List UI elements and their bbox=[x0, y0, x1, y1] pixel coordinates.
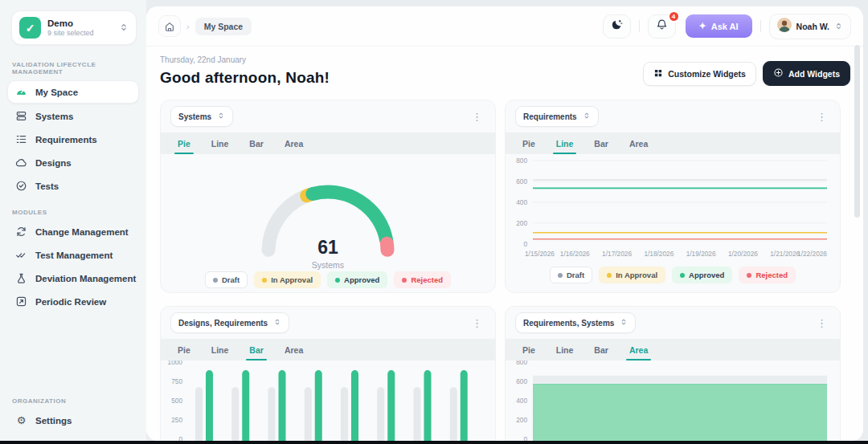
legend-chip-draft[interactable]: Draft bbox=[550, 267, 592, 283]
sidebar-item-label: Systems bbox=[35, 112, 73, 121]
tab-bar[interactable]: Bar bbox=[583, 339, 619, 360]
breadcrumb[interactable]: My Space bbox=[195, 18, 252, 35]
widget-selector-dropdown[interactable]: Requirements bbox=[515, 106, 599, 127]
widget-requirements-systems: Requirements, Systems ⋮ PieLineBarArea 8… bbox=[505, 306, 841, 441]
legend-chip-draft[interactable]: Draft bbox=[205, 271, 248, 288]
sparkle-icon: ✦ bbox=[699, 21, 706, 31]
chevron-updown-icon bbox=[273, 318, 281, 328]
kebab-menu-icon[interactable]: ⋮ bbox=[469, 318, 485, 328]
svg-text:1/22/2026: 1/22/2026 bbox=[797, 250, 827, 258]
svg-text:1/17/2026: 1/17/2026 bbox=[602, 250, 632, 258]
svg-text:200: 200 bbox=[516, 416, 527, 424]
legend-dot bbox=[680, 273, 685, 278]
svg-text:200: 200 bbox=[516, 219, 527, 227]
user-menu[interactable]: Noah W. bbox=[769, 14, 851, 39]
sync-icon bbox=[15, 226, 27, 238]
tab-pie[interactable]: Pie bbox=[512, 339, 546, 360]
systems-gauge-chart: 61 Systems DraftIn ApprovalApprovedRejec… bbox=[161, 161, 495, 288]
sidebar-item-label: Deviation Management bbox=[35, 274, 136, 283]
sidebar-item-systems[interactable]: Systems bbox=[7, 105, 139, 127]
legend-chip-in-approval[interactable]: In Approval bbox=[254, 271, 321, 288]
ask-ai-button[interactable]: ✦ Ask AI bbox=[686, 14, 752, 38]
svg-text:1/15/2026: 1/15/2026 bbox=[525, 250, 555, 258]
sidebar-item-label: Tests bbox=[35, 181, 59, 191]
tab-bar[interactable]: Bar bbox=[239, 339, 274, 360]
topbar: › My Space 4 ✦ Ask AI bbox=[146, 6, 863, 47]
notifications-button[interactable]: 4 bbox=[648, 14, 676, 39]
sidebar-item-settings[interactable]: ⚙ Settings bbox=[7, 409, 139, 431]
tab-pie[interactable]: Pie bbox=[167, 132, 201, 154]
requirements-line-chart: 02004006008001/15/20261/16/20261/17/2026… bbox=[506, 154, 840, 283]
home-icon[interactable] bbox=[158, 15, 181, 37]
bell-icon bbox=[656, 18, 668, 34]
chart-type-tabs: PieLineBarArea bbox=[506, 339, 840, 360]
widget-selector-label: Systems bbox=[178, 112, 211, 121]
svg-text:500: 500 bbox=[171, 397, 182, 405]
sidebar-item-label: Change Management bbox=[35, 227, 129, 237]
date-text: Thursday, 22nd January bbox=[160, 55, 330, 64]
tab-bar[interactable]: Bar bbox=[239, 132, 274, 154]
requirements-systems-area-chart: 8006004002000 bbox=[506, 360, 840, 441]
tab-line[interactable]: Line bbox=[201, 132, 240, 154]
sidebar-item-label: Requirements bbox=[35, 135, 97, 145]
checklist-icon bbox=[15, 133, 27, 145]
legend-dot bbox=[402, 278, 407, 283]
kebab-menu-icon[interactable]: ⋮ bbox=[469, 112, 485, 122]
sidebar-item-requirements[interactable]: Requirements bbox=[7, 128, 139, 150]
sidebar-item-tests[interactable]: Tests bbox=[7, 175, 139, 197]
chevron-updown-icon bbox=[217, 112, 225, 121]
vertical-scrollbar[interactable] bbox=[854, 45, 860, 218]
gauge-icon bbox=[15, 86, 27, 98]
svg-text:600: 600 bbox=[516, 177, 527, 185]
server-icon bbox=[15, 110, 27, 122]
site-selector[interactable]: ✓ Demo 9 site selected bbox=[11, 10, 137, 45]
tab-bar[interactable]: Bar bbox=[583, 132, 619, 154]
widgets-grid: Systems ⋮ PieLineBarArea 61 Systems Draf… bbox=[146, 96, 863, 441]
dark-mode-toggle[interactable] bbox=[603, 14, 631, 39]
legend-dot bbox=[213, 278, 218, 283]
tab-line[interactable]: Line bbox=[546, 132, 584, 154]
widget-selector-dropdown[interactable]: Systems bbox=[170, 106, 233, 127]
tab-area[interactable]: Area bbox=[274, 339, 313, 360]
legend-chip-approved[interactable]: Approved bbox=[672, 267, 732, 283]
legend-chip-rejected[interactable]: Rejected bbox=[739, 267, 796, 283]
kebab-menu-icon[interactable]: ⋮ bbox=[813, 112, 830, 122]
sidebar-item-designs[interactable]: Designs bbox=[7, 152, 139, 173]
widget-selector-dropdown[interactable]: Designs, Requirements bbox=[170, 312, 289, 333]
cloud-icon bbox=[15, 157, 27, 169]
legend-chip-rejected[interactable]: Rejected bbox=[394, 271, 451, 288]
tab-pie[interactable]: Pie bbox=[167, 339, 201, 360]
flask-icon bbox=[15, 272, 27, 284]
tab-line[interactable]: Line bbox=[201, 339, 240, 360]
moon-icon bbox=[611, 18, 623, 34]
svg-text:1/19/2026: 1/19/2026 bbox=[686, 250, 716, 258]
legend-chip-approved[interactable]: Approved bbox=[327, 271, 387, 288]
sidebar-item-my-space[interactable]: My Space bbox=[7, 80, 139, 104]
svg-text:800: 800 bbox=[516, 157, 527, 165]
tab-area[interactable]: Area bbox=[274, 132, 313, 154]
sidebar-item-deviation-management[interactable]: Deviation Management bbox=[7, 267, 139, 289]
section-label: ORGANIZATION bbox=[12, 397, 146, 405]
widget-selector-label: Designs, Requirements bbox=[178, 319, 268, 328]
tab-pie[interactable]: Pie bbox=[512, 132, 546, 154]
kebab-menu-icon[interactable]: ⋮ bbox=[813, 318, 830, 328]
site-logo-check-icon: ✓ bbox=[19, 17, 41, 39]
sidebar-item-periodic-review[interactable]: Periodic Review bbox=[7, 291, 139, 312]
tab-area[interactable]: Area bbox=[619, 339, 658, 360]
sidebar: ✓ Demo 9 site selected VALIDATION LIFECY… bbox=[0, 0, 146, 441]
customize-widgets-label: Customize Widgets bbox=[668, 69, 746, 79]
widget-selector-dropdown[interactable]: Requirements, Systems bbox=[515, 312, 636, 333]
sidebar-item-change-management[interactable]: Change Management bbox=[7, 221, 139, 242]
tab-area[interactable]: Area bbox=[619, 132, 658, 154]
svg-text:400: 400 bbox=[516, 397, 527, 405]
customize-widgets-button[interactable]: Customize Widgets bbox=[643, 62, 756, 86]
tab-line[interactable]: Line bbox=[546, 339, 584, 360]
review-icon bbox=[15, 295, 27, 308]
greeting-section: Thursday, 22nd January Good afternoon, N… bbox=[146, 47, 863, 96]
sidebar-item-test-management[interactable]: Test Management bbox=[7, 244, 139, 266]
designs-requirements-bar-chart: 10007505002500 bbox=[161, 360, 495, 441]
svg-text:400: 400 bbox=[516, 198, 527, 206]
chevron-right-icon: › bbox=[186, 22, 190, 31]
legend-chip-in-approval[interactable]: In Approval bbox=[599, 267, 665, 283]
add-widgets-button[interactable]: Add Widgets bbox=[763, 61, 850, 86]
